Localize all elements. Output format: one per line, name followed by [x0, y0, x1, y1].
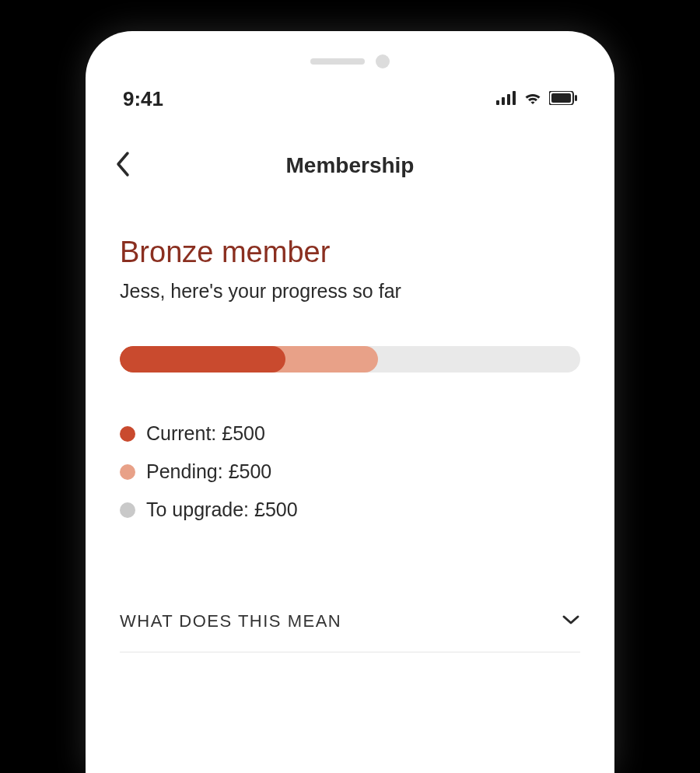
svg-rect-1: [502, 97, 505, 105]
legend-row-upgrade: To upgrade: £500: [120, 498, 580, 521]
progress-current-fill: [120, 346, 285, 373]
legend-row-current: Current: £500: [120, 422, 580, 445]
svg-rect-0: [496, 100, 499, 105]
status-icons: [496, 90, 577, 109]
cellular-icon: [496, 91, 516, 108]
nav-header: Membership: [86, 150, 614, 181]
status-bar: 9:41: [86, 87, 614, 111]
progress-bar: [120, 346, 580, 373]
notch: [86, 54, 614, 68]
accordion-what-does-this-mean[interactable]: WHAT DOES THIS MEAN: [120, 591, 580, 652]
legend-label-current: Current: £500: [146, 422, 265, 445]
status-time: 9:41: [123, 87, 163, 111]
speaker-slot: [310, 58, 365, 65]
svg-rect-5: [551, 93, 571, 103]
wifi-icon: [523, 90, 543, 109]
back-button[interactable]: [114, 150, 131, 181]
legend-dot-upgrade: [120, 502, 135, 518]
progress-subtitle: Jess, here's your progress so far: [120, 280, 580, 303]
battery-icon: [549, 91, 577, 108]
svg-rect-3: [513, 91, 516, 105]
page-title: Membership: [286, 153, 415, 178]
legend-row-pending: Pending: £500: [120, 460, 580, 483]
content: Bronze member Jess, here's your progress…: [86, 236, 614, 652]
legend-label-upgrade: To upgrade: £500: [146, 498, 298, 521]
chevron-down-icon: [562, 614, 580, 628]
phone-frame: 9:41: [86, 31, 614, 773]
front-camera-dot: [376, 54, 390, 68]
legend: Current: £500 Pending: £500 To upgrade: …: [120, 422, 580, 521]
legend-dot-pending: [120, 464, 135, 480]
tier-heading: Bronze member: [120, 236, 580, 269]
legend-dot-current: [120, 426, 135, 442]
accordion-label: WHAT DOES THIS MEAN: [120, 611, 341, 631]
svg-rect-6: [575, 95, 577, 101]
svg-rect-2: [507, 94, 510, 105]
legend-label-pending: Pending: £500: [146, 460, 271, 483]
